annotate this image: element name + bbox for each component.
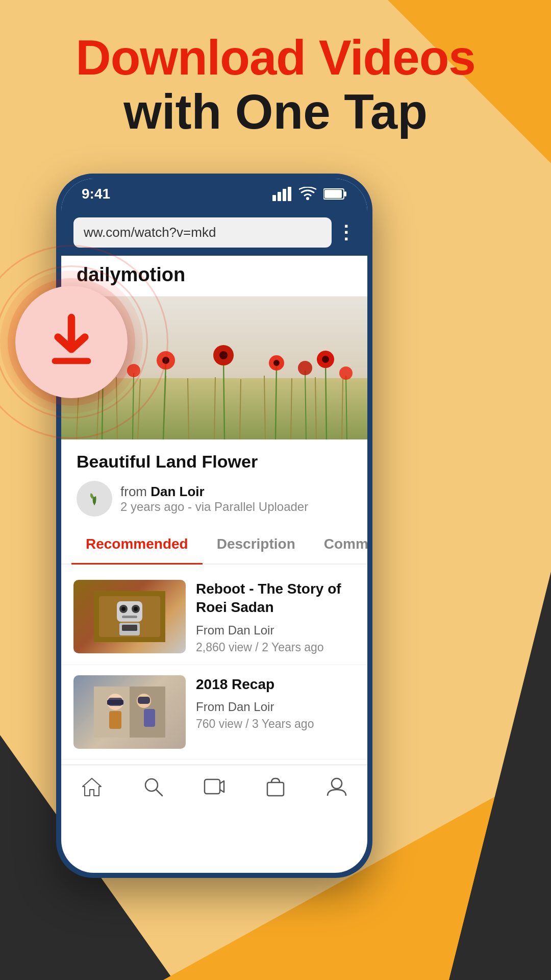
nav-shop[interactable] xyxy=(245,775,306,798)
channel-row: from Dan Loir 2 years ago - via Parallel… xyxy=(77,481,352,517)
channel-avatar xyxy=(77,481,112,517)
channel-name: Dan Loir xyxy=(151,484,204,499)
video-item-meta-1: 2,860 view / 2 Years ago xyxy=(196,641,355,654)
svg-rect-52 xyxy=(122,616,137,618)
avatar-icon xyxy=(82,486,107,511)
from-label: from xyxy=(120,484,147,499)
channel-info: from Dan Loir 2 years ago - via Parallel… xyxy=(120,484,308,514)
robot-svg xyxy=(94,591,165,642)
separator-1: / xyxy=(255,641,262,654)
svg-rect-63 xyxy=(138,697,150,704)
video-item-channel-1: From Dan Loir xyxy=(196,623,355,638)
separator-2: / xyxy=(245,717,252,730)
vr-svg xyxy=(94,687,165,738)
battery-icon xyxy=(323,188,347,200)
nav-video[interactable] xyxy=(184,775,245,798)
bg-dark-right xyxy=(449,572,551,980)
video-thumb-1 xyxy=(73,580,186,653)
video-icon xyxy=(203,775,226,798)
svg-point-43 xyxy=(339,366,353,380)
video-item-info-1: Reboot - The Story of Roei Sadan From Da… xyxy=(196,580,355,654)
video-item-channel-2: From Dan Loir xyxy=(196,700,355,714)
nav-profile[interactable] xyxy=(306,775,367,798)
svg-rect-67 xyxy=(205,779,220,794)
tab-comments[interactable]: Comments xyxy=(310,525,367,564)
svg-point-50 xyxy=(121,607,126,611)
svg-rect-54 xyxy=(122,625,137,631)
svg-point-51 xyxy=(134,607,138,611)
download-icon xyxy=(41,311,102,373)
nav-home[interactable] xyxy=(61,775,122,798)
video-title: Beautiful Land Flower xyxy=(77,452,352,472)
status-bar: 9:41 xyxy=(61,179,367,209)
tab-recommended[interactable]: Recommended xyxy=(71,525,203,564)
svg-point-34 xyxy=(273,360,280,366)
svg-rect-68 xyxy=(267,782,284,796)
svg-point-69 xyxy=(332,778,342,789)
video-info: Beautiful Land Flower from xyxy=(61,439,367,525)
robot-thumbnail xyxy=(73,580,186,653)
status-icons xyxy=(272,187,347,201)
channel-via: - via Parallel Uploader xyxy=(188,500,308,513)
tab-description[interactable]: Description xyxy=(203,525,310,564)
download-button[interactable] xyxy=(15,286,128,398)
video-item-title-1: Reboot - The Story of Roei Sadan xyxy=(196,580,355,617)
channel-from: from Dan Loir xyxy=(120,484,308,500)
svg-rect-61 xyxy=(109,711,121,729)
video-item-title-2: 2018 Recap xyxy=(196,675,355,694)
svg-rect-8 xyxy=(344,191,346,197)
wifi-icon xyxy=(299,187,316,201)
tabs-container: Recommended Description Comments xyxy=(61,525,367,565)
video-thumb-2 xyxy=(73,675,186,749)
svg-point-41 xyxy=(298,361,312,375)
url-text: ww.com/watch?v=mkd xyxy=(84,225,216,240)
header-section: Download Videos with One Tap xyxy=(0,31,551,138)
svg-rect-64 xyxy=(144,709,155,727)
svg-rect-4 xyxy=(288,187,291,201)
header-title-line1: Download Videos xyxy=(0,31,551,85)
svg-rect-7 xyxy=(324,190,342,198)
svg-rect-3 xyxy=(283,189,286,201)
signal-icon xyxy=(272,187,292,201)
nav-search[interactable] xyxy=(122,775,184,798)
list-item[interactable]: 2018 Recap From Dan Loir 760 view / 3 Ye… xyxy=(61,665,367,760)
profile-icon xyxy=(325,775,348,798)
channel-time-text: 2 years ago xyxy=(120,500,184,513)
more-options-button[interactable]: ⋮ xyxy=(337,222,355,243)
svg-rect-1 xyxy=(272,195,276,201)
svg-line-66 xyxy=(156,790,162,796)
header-title-line2: with One Tap xyxy=(0,85,551,139)
channel-time: 2 years ago - via Parallel Uploader xyxy=(120,500,308,514)
status-time: 9:41 xyxy=(82,186,110,202)
video-item-meta-2: 760 view / 3 Years ago xyxy=(196,717,355,731)
svg-rect-60 xyxy=(107,700,123,705)
svg-rect-2 xyxy=(278,192,281,201)
home-icon xyxy=(81,775,103,798)
svg-rect-0 xyxy=(52,358,91,364)
vr-thumbnail xyxy=(73,675,186,749)
video-views-1: 2,860 view xyxy=(196,641,252,654)
recommended-list: Reboot - The Story of Roei Sadan From Da… xyxy=(61,565,367,765)
shop-icon xyxy=(264,775,287,798)
list-item[interactable]: Reboot - The Story of Roei Sadan From Da… xyxy=(61,570,367,665)
bottom-nav xyxy=(61,765,367,808)
svg-point-37 xyxy=(322,356,329,363)
video-item-info-2: 2018 Recap From Dan Loir 760 view / 3 Ye… xyxy=(196,675,355,749)
video-age-1: 2 Years ago xyxy=(262,641,324,654)
svg-point-31 xyxy=(219,351,228,359)
search-icon xyxy=(142,775,164,798)
svg-point-5 xyxy=(306,197,309,200)
video-views-2: 760 view xyxy=(196,717,242,730)
video-age-2: 3 Years ago xyxy=(252,717,314,730)
